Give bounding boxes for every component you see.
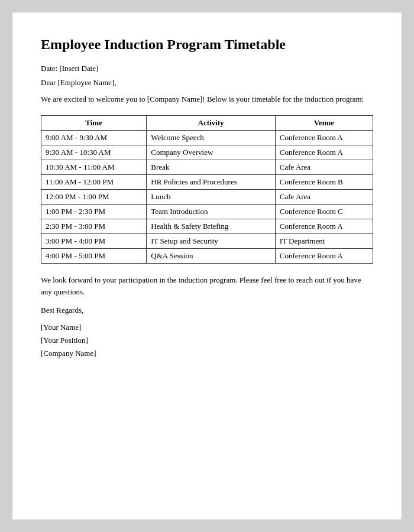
col-header-activity: Activity <box>147 116 276 131</box>
date-line: Date: [Insert Date] <box>41 64 373 73</box>
table-row: 4:00 PM - 5:00 PMQ&A SessionConference R… <box>41 249 373 264</box>
table-header-row: Time Activity Venue <box>41 116 373 131</box>
table-row: 9:00 AM - 9:30 AMWelcome SpeechConferenc… <box>41 131 373 145</box>
cell-1-0: 9:30 AM - 10:30 AM <box>41 145 147 160</box>
table-row: 11:00 AM - 12:00 PMHR Policies and Proce… <box>41 175 373 190</box>
cell-0-1: Welcome Speech <box>147 131 276 145</box>
salutation: Dear [Employee Name], <box>41 78 373 87</box>
cell-6-1: Health & Safety Briefing <box>147 219 276 234</box>
cell-6-0: 2:30 PM - 3:00 PM <box>41 219 147 234</box>
cell-4-1: Lunch <box>147 190 276 205</box>
cell-5-0: 1:00 PM - 2:30 PM <box>41 205 147 219</box>
cell-0-2: Conference Room A <box>275 131 373 145</box>
cell-7-0: 3:00 PM - 4:00 PM <box>41 234 147 249</box>
cell-3-1: HR Policies and Procedures <box>147 175 276 190</box>
cell-3-0: 11:00 AM - 12:00 PM <box>41 175 147 190</box>
closing-text: We look forward to your participation in… <box>41 274 373 297</box>
regards-label: Best Regards, <box>41 306 373 315</box>
document-title: Employee Induction Program Timetable <box>41 36 373 53</box>
document-page: Employee Induction Program Timetable Dat… <box>12 12 402 520</box>
cell-5-1: Team Introduction <box>147 205 276 219</box>
cell-8-0: 4:00 PM - 5:00 PM <box>41 249 147 264</box>
table-row: 2:30 PM - 3:00 PMHealth & Safety Briefin… <box>41 219 373 234</box>
cell-3-2: Conference Room B <box>275 175 373 190</box>
cell-4-0: 12:00 PM - 1:00 PM <box>41 190 147 205</box>
table-row: 3:00 PM - 4:00 PMIT Setup and SecurityIT… <box>41 234 373 249</box>
col-header-time: Time <box>41 116 147 131</box>
table-row: 9:30 AM - 10:30 AMCompany OverviewConfer… <box>41 145 373 160</box>
signature-block: [Your Name] [Your Position] [Company Nam… <box>41 321 373 360</box>
signature-name: [Your Name] <box>41 321 373 334</box>
cell-6-2: Conference Room A <box>275 219 373 234</box>
cell-0-0: 9:00 AM - 9:30 AM <box>41 131 147 145</box>
table-row: 1:00 PM - 2:30 PMTeam IntroductionConfer… <box>41 205 373 219</box>
cell-1-2: Conference Room A <box>275 145 373 160</box>
cell-7-1: IT Setup and Security <box>147 234 276 249</box>
col-header-venue: Venue <box>275 116 373 131</box>
cell-8-1: Q&A Session <box>147 249 276 264</box>
table-row: 12:00 PM - 1:00 PMLunchCafe Area <box>41 190 373 205</box>
cell-8-2: Conference Room A <box>275 249 373 264</box>
intro-text: We are excited to welcome you to [Compan… <box>41 93 373 105</box>
signature-position: [Your Position] <box>41 334 373 347</box>
cell-2-2: Cafe Area <box>275 160 373 175</box>
signature-company: [Company Name] <box>41 347 373 360</box>
timetable: Time Activity Venue 9:00 AM - 9:30 AMWel… <box>41 115 373 264</box>
cell-1-1: Company Overview <box>147 145 276 160</box>
cell-2-1: Break <box>147 160 276 175</box>
cell-4-2: Cafe Area <box>275 190 373 205</box>
cell-7-2: IT Department <box>275 234 373 249</box>
cell-5-2: Conference Room C <box>275 205 373 219</box>
cell-2-0: 10:30 AM - 11:00 AM <box>41 160 147 175</box>
table-row: 10:30 AM - 11:00 AMBreakCafe Area <box>41 160 373 175</box>
